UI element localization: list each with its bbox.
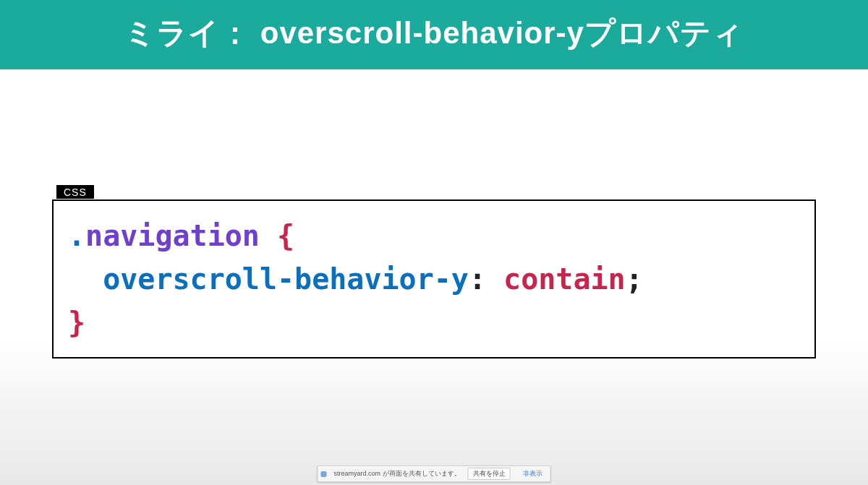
hide-bar-button[interactable]: 非表示 xyxy=(518,468,548,480)
code-token-brace-open: { xyxy=(277,219,294,252)
code-token-property: overscroll-behavior-y xyxy=(103,262,469,296)
code-content: .navigation { overscroll-behavior-y: con… xyxy=(52,199,816,359)
screen-share-bar: streamyard.com が画面を共有しています。 共有を停止 非表示 xyxy=(317,465,550,482)
code-token-dot: . xyxy=(68,219,85,252)
code-token-value: contain xyxy=(503,262,626,296)
code-indent xyxy=(68,262,103,296)
site-favicon-icon xyxy=(320,471,326,477)
code-token-selector: navigation xyxy=(85,219,260,252)
code-space xyxy=(486,262,503,296)
stop-sharing-button[interactable]: 共有を停止 xyxy=(468,468,511,480)
share-message: streamyard.com が画面を共有しています。 xyxy=(333,469,460,478)
code-token-colon: : xyxy=(469,262,486,296)
code-token-brace-close: } xyxy=(68,306,85,339)
slide-content: CSS .navigation { overscroll-behavior-y:… xyxy=(0,69,868,359)
slide-title: ミライ： overscroll-behavior-yプロパティ xyxy=(0,0,868,69)
code-space xyxy=(260,219,277,252)
code-language-label: CSS xyxy=(56,185,94,199)
code-block: CSS .navigation { overscroll-behavior-y:… xyxy=(52,199,816,359)
code-token-semicolon: ; xyxy=(626,262,643,296)
